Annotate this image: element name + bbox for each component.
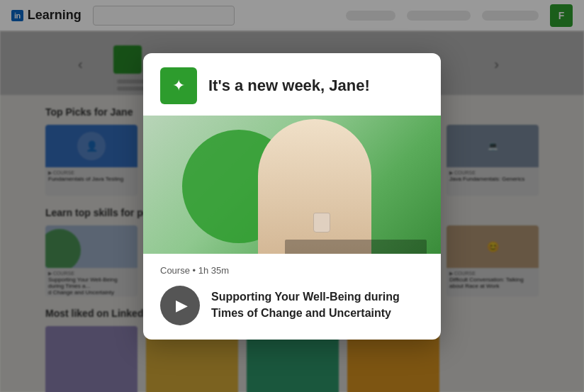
welcome-modal: ✦ It's a new week, Jane! Course • 1h 35m… [143, 53, 441, 340]
modal-greeting: It's a new week, Jane! [208, 77, 370, 95]
modal-header: ✦ It's a new week, Jane! [143, 53, 441, 116]
course-meta: Course • 1h 35m [160, 265, 424, 276]
play-button[interactable]: ▶ [160, 286, 200, 325]
course-row: ▶ Supporting Your Well-Being during Time… [160, 286, 424, 325]
course-duration: 1h 35m [198, 265, 229, 276]
modal-body: Course • 1h 35m ▶ Supporting Your Well-B… [143, 254, 441, 340]
course-meta-dot: • [193, 265, 196, 276]
modal-image-bg [143, 116, 441, 254]
course-meta-label: Course [160, 265, 190, 276]
course-title: Supporting Your Well-Being during Times … [211, 289, 424, 321]
flexis-icon: ✦ [160, 67, 197, 104]
modal-image [143, 116, 441, 254]
mug-decoration [313, 213, 330, 233]
play-icon: ▶ [176, 296, 188, 315]
person-image [258, 119, 371, 254]
flexis-symbol: ✦ [172, 77, 185, 95]
laptop-decoration [285, 240, 427, 254]
